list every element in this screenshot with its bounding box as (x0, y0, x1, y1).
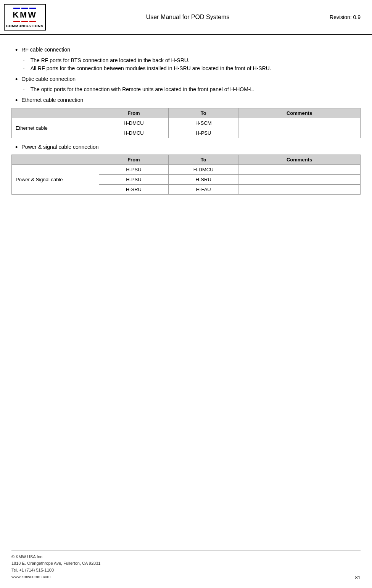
ethernet-row1-to: H-SCM (169, 118, 238, 128)
logo-kmw: KMW (13, 10, 37, 20)
power-table-header-row: From To Comments (12, 155, 361, 165)
sub-dash-2: - (23, 65, 25, 71)
ethernet-row2-from: H-DMCU (99, 128, 169, 138)
power-signal-cable-label: Power & Signal cable (12, 165, 99, 195)
logo-box: KMW COMMUNICATIONS (4, 4, 46, 31)
page-content: • RF cable connection - The RF ports for… (0, 42, 372, 230)
power-row3-comments (238, 185, 361, 195)
ethernet-col-to-header: To (169, 108, 238, 118)
power-table: From To Comments Power & Signal cable H-… (11, 155, 361, 195)
ethernet-row2-comments (238, 128, 361, 138)
ethernet-col-comments-header: Comments (238, 108, 361, 118)
header-revision: Revision: 0.9 (330, 14, 361, 20)
page-header: KMW COMMUNICATIONS User Manual for POD S… (0, 0, 372, 35)
bullet-power-signal: • Power & signal cable connection (11, 143, 361, 152)
power-row2-comments (238, 175, 361, 185)
ethernet-col-from-header: From (99, 108, 169, 118)
power-col-from-header: From (99, 155, 169, 165)
rf-sub-2: - All RF ports for the connection betwee… (23, 65, 361, 72)
power-signal-section: • Power & signal cable connection (11, 143, 361, 152)
footer-page-number: 81 (355, 575, 361, 580)
optic-cable-text: Optic cable connection (21, 76, 76, 83)
footer-tel: Tel. +1 (714) 515-1100 (11, 567, 100, 574)
ethernet-row1-from: H-DMCU (99, 118, 169, 128)
power-col-comments-header: Comments (238, 155, 361, 165)
ethernet-row1-comments (238, 118, 361, 128)
power-row1-to: H-DMCU (169, 165, 238, 175)
bullet-dot-optic: • (15, 76, 18, 84)
ethernet-table-header-row: From To Comments (12, 108, 361, 118)
rf-sub-1: - The RF ports for BTS connection are lo… (23, 57, 361, 64)
optic-sub-1: - The optic ports for the connection wit… (23, 86, 361, 93)
ethernet-cable-text: Ethernet cable connection (21, 97, 83, 104)
table-row: Power & Signal cable H-PSU H-DMCU (12, 165, 361, 175)
ethernet-cable-label: Ethernet cable (12, 118, 99, 138)
ethernet-table: From To Comments Ethernet cable H-DMCU H… (11, 108, 361, 138)
bullet-dot-ethernet: • (15, 97, 18, 105)
bullet-ethernet-cable: • Ethernet cable connection (11, 97, 361, 105)
optic-sub-text-1: The optic ports for the connection with … (31, 86, 255, 93)
table-row: Ethernet cable H-DMCU H-SCM (12, 118, 361, 128)
optic-sub-dash-1: - (23, 86, 25, 92)
rf-sub-text-2: All RF ports for the connection between … (31, 65, 271, 72)
header-title: User Manual for POD Systems (46, 14, 330, 21)
optic-cable-section: • Optic cable connection - The optic por… (11, 76, 361, 93)
rf-sub-text-1: The RF ports for BTS connection are loca… (31, 57, 190, 64)
ethernet-table-section: From To Comments Ethernet cable H-DMCU H… (11, 108, 361, 138)
page-footer: © KMW USA Inc. 1818 E. Orangethrope Ave,… (11, 550, 361, 580)
sub-dash-1: - (23, 57, 25, 63)
power-signal-text: Power & signal cable connection (21, 143, 98, 151)
footer-address: 1818 E. Orangethrope Ave, Fullerton, CA … (11, 560, 100, 567)
logo-comm: COMMUNICATIONS (6, 24, 43, 28)
power-table-section: From To Comments Power & Signal cable H-… (11, 155, 361, 195)
footer-left: © KMW USA Inc. 1818 E. Orangethrope Ave,… (11, 554, 100, 580)
ethernet-row2-to: H-PSU (169, 128, 238, 138)
power-col-label-header (12, 155, 99, 165)
power-row2-to: H-SRU (169, 175, 238, 185)
power-col-to-header: To (169, 155, 238, 165)
rf-cable-section: • RF cable connection - The RF ports for… (11, 46, 361, 72)
ethernet-cable-section: • Ethernet cable connection (11, 97, 361, 105)
bullet-dot: • (15, 46, 18, 55)
power-row1-comments (238, 165, 361, 175)
footer-company: © KMW USA Inc. (11, 554, 100, 561)
ethernet-col-label-header (12, 108, 99, 118)
power-row3-to: H-FAU (169, 185, 238, 195)
bullet-rf-cable: • RF cable connection (11, 46, 361, 55)
logo-area: KMW COMMUNICATIONS (4, 4, 46, 31)
bullet-optic-cable: • Optic cable connection (11, 76, 361, 84)
rf-cable-text: RF cable connection (21, 46, 70, 54)
bullet-dot-power: • (15, 143, 18, 152)
power-row1-from: H-PSU (99, 165, 169, 175)
power-row3-from: H-SRU (99, 185, 169, 195)
power-row2-from: H-PSU (99, 175, 169, 185)
footer-website: www.kmwcomm.com (11, 574, 100, 580)
